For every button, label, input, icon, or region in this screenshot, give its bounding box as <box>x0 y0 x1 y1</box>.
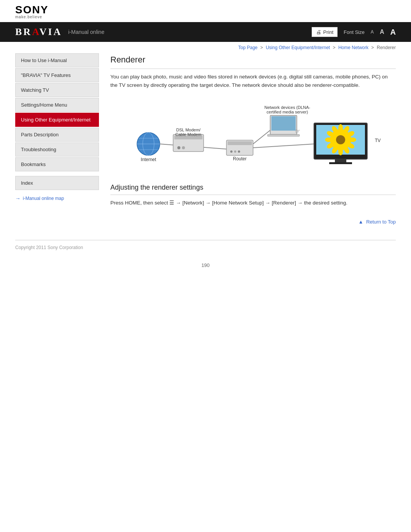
svg-text:Router: Router <box>233 156 247 161</box>
svg-rect-14 <box>228 141 252 145</box>
svg-text:certified media server): certified media server) <box>267 110 308 114</box>
sidebar: How to Use i-Manual "BRAVIA" TV Features… <box>15 53 99 225</box>
sidebar-item-troubleshooting[interactable]: Troubleshooting <box>15 142 99 157</box>
sidebar-item-how-to-use[interactable]: How to Use i-Manual <box>15 53 99 67</box>
bravia-bar: BRAVIA i-Manual online 🖨 Print Font Size… <box>0 22 411 42</box>
svg-point-15 <box>230 150 233 153</box>
sony-tagline: make.believe <box>15 15 396 19</box>
diagram-svg: Internet DSL Modem/ Cable Modem Router <box>110 98 396 174</box>
bravia-right: 🖨 Print Font Size A A A <box>312 27 396 37</box>
svg-point-34 <box>349 137 356 142</box>
breadcrumb-sep1: > <box>260 45 263 50</box>
font-size-label: Font Size <box>344 29 365 35</box>
sidebar-item-bravia-features[interactable]: "BRAVIA" TV Features <box>15 68 99 82</box>
print-button[interactable]: 🖨 Print <box>312 27 338 37</box>
sidebar-item-settings-home[interactable]: Settings/Home Menu <box>15 98 99 112</box>
breadcrumb-home-network[interactable]: Home Network <box>338 45 368 50</box>
main-layout: How to Use i-Manual "BRAVIA" TV Features… <box>0 53 411 232</box>
arrow-right-icon: → <box>15 195 21 201</box>
breadcrumb-sep2: > <box>333 45 336 50</box>
sidebar-divider <box>15 172 99 176</box>
imanual-map-link[interactable]: → i-Manual online map <box>15 195 99 201</box>
imanual-link-label: i-Manual online map <box>23 196 64 201</box>
svg-text:Network devices (DLNA-: Network devices (DLNA- <box>264 105 311 110</box>
section-title: Adjusting the renderer settings <box>110 184 396 195</box>
font-large-button[interactable]: A <box>390 28 396 37</box>
breadcrumb-current: Renderer <box>377 45 396 50</box>
network-diagram: Internet DSL Modem/ Cable Modem Router <box>110 98 396 174</box>
bravia-left: BRAVIA i-Manual online <box>15 26 104 38</box>
svg-point-16 <box>234 150 236 153</box>
sidebar-item-bookmarks[interactable]: Bookmarks <box>15 157 99 171</box>
svg-rect-43 <box>335 159 346 162</box>
breadcrumb-using-other[interactable]: Using Other Equipment/Internet <box>266 45 330 50</box>
page-title: Renderer <box>110 55 396 69</box>
svg-text:TV: TV <box>375 138 381 143</box>
svg-rect-22 <box>271 116 296 131</box>
header-top: SONY make.believe <box>0 0 411 22</box>
svg-point-17 <box>238 150 240 153</box>
svg-point-37 <box>338 148 343 155</box>
return-to-top: ▲ Return to Top <box>110 215 396 225</box>
print-icon: 🖨 <box>316 29 321 35</box>
section-description: Press HOME, then select ☰ → [Network] → … <box>110 199 396 207</box>
page-number: 190 <box>0 255 411 276</box>
breadcrumb: Top Page > Using Other Equipment/Interne… <box>0 42 411 53</box>
svg-text:Cable Modem: Cable Modem <box>175 132 201 137</box>
svg-point-9 <box>177 146 180 149</box>
triangle-up-icon: ▲ <box>358 219 363 225</box>
svg-text:DSL Modem/: DSL Modem/ <box>176 128 201 132</box>
bravia-subtitle: i-Manual online <box>68 29 104 35</box>
svg-line-20 <box>253 144 314 148</box>
sidebar-item-parts-description[interactable]: Parts Description <box>15 128 99 142</box>
sidebar-item-watching-tv[interactable]: Watching TV <box>15 83 99 97</box>
svg-rect-23 <box>268 134 299 136</box>
copyright: Copyright 2011 Sony Corporation <box>15 245 83 250</box>
sony-brand: SONY <box>15 5 396 15</box>
content-description: You can play back photo, music and video… <box>110 73 396 89</box>
sony-logo: SONY make.believe <box>15 5 396 19</box>
svg-text:☞: ☞ <box>295 128 300 134</box>
svg-point-40 <box>325 137 333 142</box>
font-medium-button[interactable]: A <box>380 29 384 35</box>
svg-rect-44 <box>329 162 352 164</box>
breadcrumb-sep3: > <box>371 45 374 50</box>
bravia-logo: BRAVIA <box>15 26 62 38</box>
sidebar-item-using-other[interactable]: Using Other Equipment/Internet <box>15 113 99 127</box>
breadcrumb-top-page[interactable]: Top Page <box>238 45 258 50</box>
font-small-button[interactable]: A <box>371 29 374 35</box>
footer: Copyright 2011 Sony Corporation <box>0 240 411 255</box>
return-to-top-link[interactable]: ▲ Return to Top <box>358 219 396 225</box>
svg-text:Internet: Internet <box>141 157 156 162</box>
svg-point-31 <box>338 124 343 132</box>
sidebar-item-index[interactable]: Index <box>15 176 99 190</box>
content-area: Renderer You can play back photo, music … <box>110 53 396 225</box>
return-to-top-label: Return to Top <box>366 219 396 225</box>
svg-point-10 <box>182 146 185 149</box>
svg-point-30 <box>336 135 345 144</box>
